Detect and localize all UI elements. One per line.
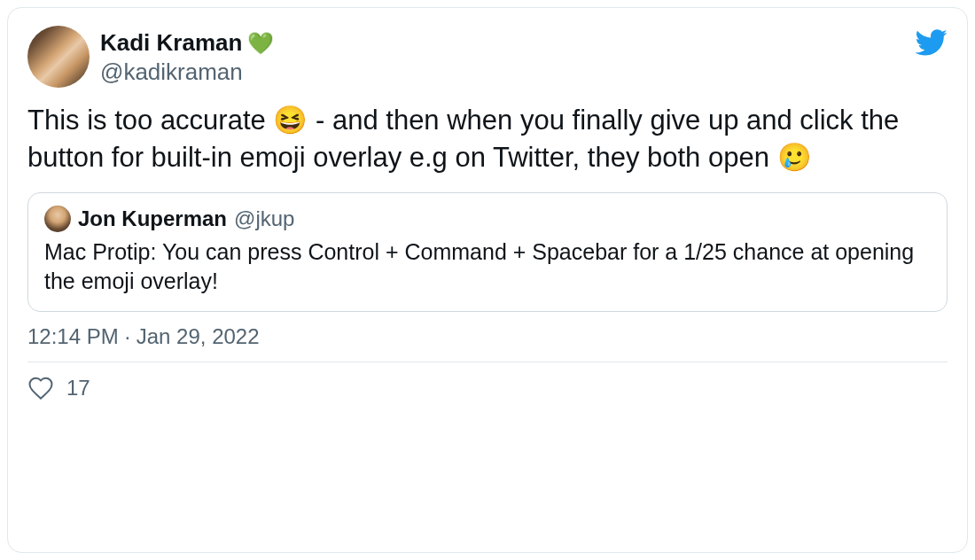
twitter-bird-icon[interactable] — [914, 26, 948, 59]
quoted-author-avatar[interactable] — [44, 206, 71, 232]
author-handle: @kadikraman — [100, 58, 274, 86]
tweet-card[interactable]: Kadi Kraman 💚 @kadikraman This is too ac… — [7, 7, 968, 553]
quoted-tweet-card[interactable]: Jon Kuperman @jkup Mac Protip: You can p… — [27, 192, 948, 313]
author-name-block[interactable]: Kadi Kraman 💚 @kadikraman — [100, 29, 274, 86]
author-display-name: Kadi Kraman — [100, 29, 242, 57]
quoted-author-display-name: Jon Kuperman — [78, 206, 227, 231]
tweet-header: Kadi Kraman 💚 @kadikraman — [27, 26, 948, 88]
quoted-author-handle: @jkup — [234, 206, 294, 231]
heart-outline-icon[interactable] — [27, 375, 54, 401]
quoted-tweet-body-text: Mac Protip: You can press Control + Comm… — [44, 237, 931, 298]
quoted-tweet-header: Jon Kuperman @jkup — [44, 206, 931, 232]
tweet-body-text: This is too accurate 😆 - and then when y… — [27, 102, 948, 176]
footer-divider — [27, 362, 948, 362]
green-heart-icon: 💚 — [247, 31, 274, 56]
tweet-footer: 12:14 PM · Jan 29, 2022 17 — [27, 324, 948, 401]
tweet-actions: 17 — [27, 375, 948, 401]
tweet-timestamp[interactable]: 12:14 PM · Jan 29, 2022 — [27, 324, 948, 349]
like-count: 17 — [66, 376, 90, 401]
author-avatar[interactable] — [27, 26, 90, 88]
